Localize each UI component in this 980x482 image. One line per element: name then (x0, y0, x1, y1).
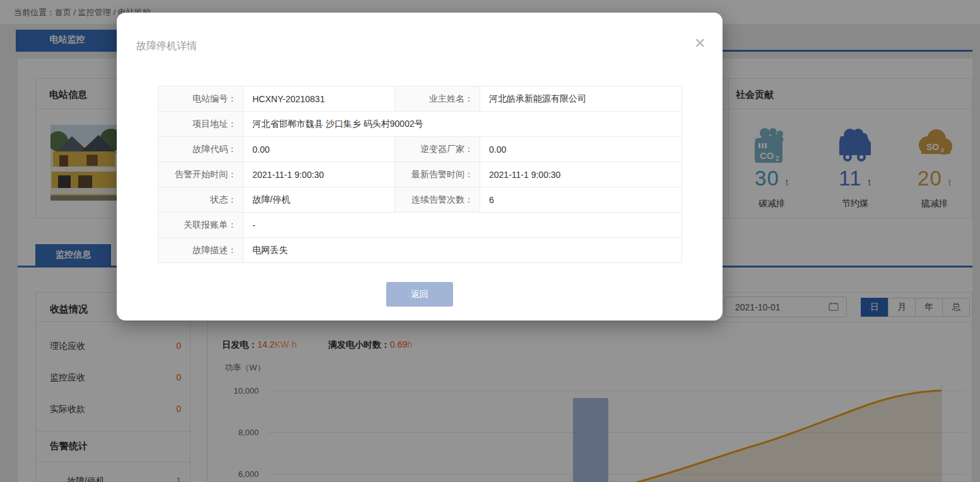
table-row: 电站编号： HCXNY-20210831 业主姓名： 河北皓承新能源有限公司 (158, 86, 682, 112)
table-row: 告警开始时间： 2021-11-1 9:00:30 最新告警时间： 2021-1… (158, 162, 682, 187)
fault-detail-modal: 故障停机详情 ✕ 电站编号： HCXNY-20210831 业主姓名： 河北皓承… (117, 13, 723, 320)
app-window: 当前位置：首页 / 监控管理 / 电站监控 电站监控 电站信息 社会贡献 (0, 0, 980, 482)
fault-detail-table: 电站编号： HCXNY-20210831 业主姓名： 河北皓承新能源有限公司 项… (158, 86, 682, 263)
table-row: 故障代码： 0.00 逆变器厂家： 0.00 (158, 137, 682, 162)
table-row: 关联报账单： - (158, 213, 682, 238)
close-icon[interactable]: ✕ (694, 37, 705, 50)
table-row: 故障描述： 电网丢失 (158, 238, 682, 263)
table-row: 状态： 故障/停机 连续告警次数： 6 (158, 187, 682, 213)
return-button[interactable]: 返回 (386, 282, 453, 307)
table-row: 项目地址： 河北省邯郸市魏县 沙口集乡 码头村90002号 (158, 112, 682, 137)
modal-title: 故障停机详情 (136, 40, 197, 53)
